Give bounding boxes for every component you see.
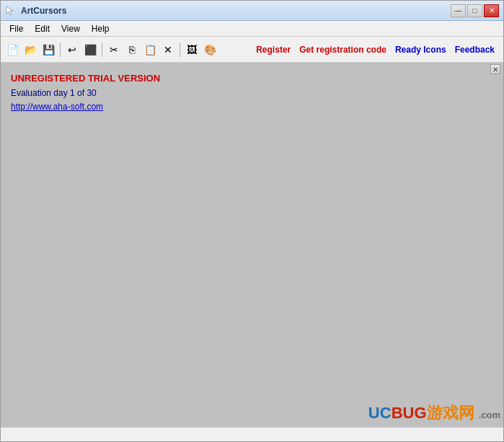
watermark-game: 游戏网 — [427, 404, 474, 422]
registration-links: Register Get registration code Ready Ico… — [256, 45, 500, 55]
menu-file[interactable]: File — [4, 22, 29, 35]
menu-view[interactable]: View — [56, 22, 86, 35]
menu-edit[interactable]: Edit — [29, 22, 56, 35]
copy-button[interactable]: ⎘ — [123, 41, 141, 58]
svg-marker-0 — [6, 6, 13, 15]
window-title: ArtCursors — [21, 6, 451, 16]
delete-button[interactable]: ✕ — [159, 41, 177, 58]
ready-icons-link[interactable]: Ready Icons — [395, 45, 446, 55]
save-button[interactable]: 💾 — [40, 41, 57, 58]
maximize-button[interactable]: □ — [467, 4, 482, 17]
toolbar-separator-1 — [60, 43, 61, 57]
trial-close-button[interactable]: ✕ — [490, 64, 500, 74]
watermark-bug: BUG — [392, 404, 427, 422]
undo-button[interactable]: ↩ — [63, 41, 81, 58]
toolbar-separator-2 — [102, 43, 102, 57]
content-area: ✕ UNREGISTERED TRIAL VERSION Evaluation … — [1, 63, 503, 427]
cut-button[interactable]: ✂ — [105, 41, 123, 58]
trial-panel: ✕ UNREGISTERED TRIAL VERSION Evaluation … — [1, 63, 503, 123]
color-button[interactable]: 🎨 — [201, 41, 218, 58]
window-controls: — □ ✕ — [451, 4, 499, 17]
title-bar: ArtCursors — □ ✕ — [1, 1, 503, 21]
trial-eval: Evaluation day 1 of 30 — [11, 87, 493, 100]
trial-url[interactable]: http://www.aha-soft.com — [11, 100, 493, 114]
close-button[interactable]: ✕ — [484, 4, 499, 17]
register-link[interactable]: Register — [256, 45, 291, 55]
stop-button[interactable]: ⬛ — [81, 41, 99, 58]
main-window: ArtCursors — □ ✕ File Edit View Help 📄 📂… — [0, 0, 504, 442]
new-button[interactable]: 📄 — [4, 41, 21, 58]
trial-title: UNREGISTERED TRIAL VERSION — [11, 71, 493, 87]
watermark: UCBUG游戏网 .com — [368, 402, 500, 424]
minimize-button[interactable]: — — [451, 4, 466, 17]
menu-bar: File Edit View Help — [1, 21, 503, 37]
app-icon — [5, 5, 17, 17]
open-button[interactable]: 📂 — [22, 41, 39, 58]
toolbar-separator-3 — [180, 43, 180, 57]
watermark-com: .com — [479, 410, 500, 420]
feedback-link[interactable]: Feedback — [455, 45, 495, 55]
preview-button[interactable]: 🖼 — [183, 41, 200, 58]
menu-help[interactable]: Help — [86, 22, 115, 35]
paste-button[interactable]: 📋 — [141, 41, 159, 58]
trial-text: UNREGISTERED TRIAL VERSION Evaluation da… — [1, 63, 503, 123]
toolbar: 📄 📂 💾 ↩ ⬛ ✂ ⎘ 📋 ✕ 🖼 🎨 Register Get regis… — [1, 37, 503, 63]
watermark-text: UCBUG游戏网 .com — [368, 402, 500, 424]
status-bar — [1, 427, 503, 441]
get-code-link[interactable]: Get registration code — [299, 45, 386, 55]
watermark-uc: UC — [368, 404, 392, 422]
